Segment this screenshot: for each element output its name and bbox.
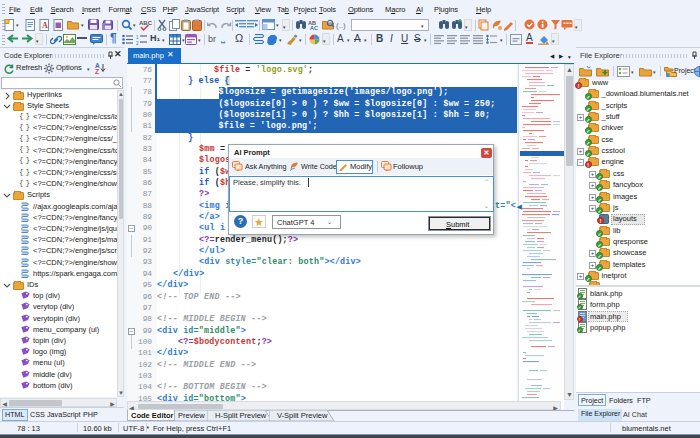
svg-text:1: 1: [136, 35, 139, 40]
svg-text:A: A: [42, 21, 48, 30]
svg-text:ABC: ABC: [139, 20, 152, 26]
svg-text:Z: Z: [95, 68, 99, 74]
svg-text:2: 2: [136, 41, 139, 46]
svg-text:AC: AC: [310, 25, 318, 30]
svg-text:(..): (..): [336, 21, 346, 30]
